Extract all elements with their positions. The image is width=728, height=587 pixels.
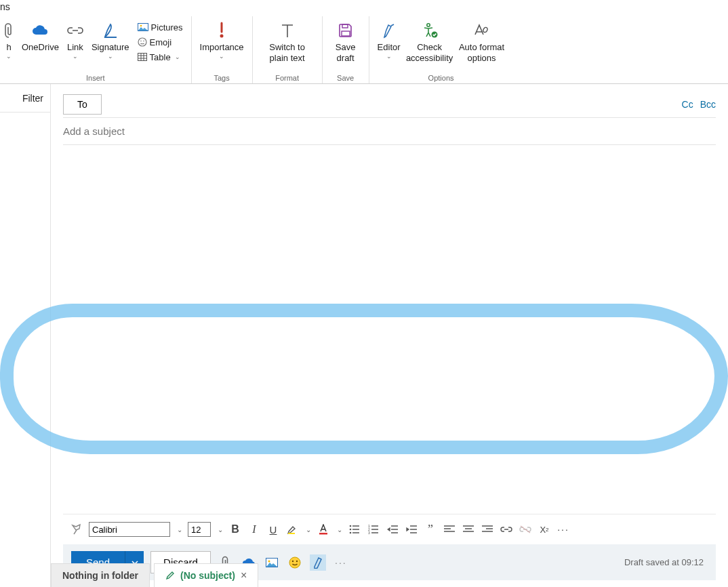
svg-point-15: [350, 532, 352, 534]
svg-point-3: [140, 41, 142, 42]
draft-tab[interactable]: (No subject) ×: [154, 563, 258, 587]
svg-point-13: [350, 525, 352, 527]
more-format-button[interactable]: ···: [557, 521, 570, 538]
autoformat-icon: [474, 20, 490, 41]
group-label-insert: Insert: [86, 74, 105, 83]
insert-link-button[interactable]: [500, 521, 513, 538]
save-draft-label: Save draft: [331, 42, 361, 64]
save-icon: [338, 20, 353, 41]
filter-button[interactable]: Filter: [0, 84, 50, 113]
draft-status: Draft saved at 09:12: [624, 557, 708, 567]
title-bar: ns: [0, 0, 728, 16]
chevron-down-icon: ⌄: [175, 54, 180, 60]
font-name-input[interactable]: [89, 522, 170, 537]
svg-point-20: [268, 560, 270, 562]
ribbon-group-options: Editor ⌄ Check accessibility Auto format…: [369, 16, 513, 83]
importance-icon: [218, 20, 226, 41]
pictures-icon: [138, 23, 148, 31]
switch-plaintext-label: Switch to plain text: [261, 42, 314, 64]
filter-label: Filter: [22, 93, 43, 104]
left-gutter: Filter: [0, 84, 51, 587]
italic-button[interactable]: I: [247, 521, 261, 538]
attach-button[interactable]: h ⌄: [4, 18, 18, 59]
svg-text:3: 3: [368, 531, 370, 534]
align-right-button[interactable]: [481, 521, 494, 538]
highlight-button[interactable]: [285, 521, 299, 538]
format-toolbar: ⌄ ⌄ B I U ⌄ ⌄ 123 ”: [63, 514, 716, 544]
superscript-button[interactable]: X2: [538, 521, 551, 538]
chevron-down-icon[interactable]: ⌄: [218, 526, 223, 533]
font-color-button[interactable]: [317, 521, 330, 538]
svg-point-9: [426, 24, 429, 26]
more-actions-button[interactable]: ···: [333, 554, 349, 571]
indent-button[interactable]: [405, 521, 418, 538]
font-size-input[interactable]: [188, 522, 211, 537]
cc-link[interactable]: Cc: [682, 99, 693, 110]
folder-tab-label: Nothing in folder: [62, 570, 138, 581]
editor-label: Editor: [378, 42, 401, 53]
svg-rect-8: [342, 31, 350, 36]
align-center-button[interactable]: [462, 521, 475, 538]
remove-link-button[interactable]: [519, 521, 532, 538]
svg-point-22: [292, 560, 294, 561]
chevron-down-icon[interactable]: ⌄: [177, 526, 182, 533]
underline-button[interactable]: U: [266, 521, 280, 538]
emoji-icon: [138, 37, 147, 47]
folder-tab[interactable]: Nothing in folder: [51, 563, 150, 587]
close-icon[interactable]: ×: [241, 569, 247, 582]
compose-pane: To Cc Bcc ⌄ ⌄ B I U ⌄: [51, 84, 728, 587]
link-label: Link: [67, 42, 83, 53]
message-body[interactable]: [63, 145, 716, 514]
save-draft-button[interactable]: Save draft: [327, 18, 365, 64]
insert-emoji-button[interactable]: [287, 554, 303, 571]
importance-label: Importance: [200, 42, 244, 53]
insert-picture-button[interactable]: [264, 554, 280, 571]
check-accessibility-button[interactable]: Check accessibility: [405, 18, 455, 64]
signature-label: Signature: [92, 42, 129, 53]
svg-point-1: [140, 25, 142, 27]
onedrive-button[interactable]: OneDrive: [18, 18, 63, 53]
bcc-link[interactable]: Bcc: [700, 99, 716, 110]
svg-point-23: [296, 560, 298, 561]
chevron-down-icon[interactable]: ⌄: [337, 526, 342, 533]
editor-icon: [382, 20, 397, 41]
bullets-button[interactable]: [348, 521, 361, 538]
auto-format-button[interactable]: Auto format options: [455, 18, 509, 64]
ribbon: h ⌄ OneDrive Link ⌄: [0, 16, 728, 84]
onedrive-label: OneDrive: [22, 42, 59, 53]
svg-point-21: [289, 557, 300, 568]
group-label-options: Options: [428, 74, 454, 83]
signature-icon: [103, 20, 118, 41]
svg-point-4: [143, 41, 144, 42]
toggle-format-toolbar-button[interactable]: [310, 554, 326, 571]
bold-button[interactable]: B: [228, 521, 242, 538]
numbering-button[interactable]: 123: [367, 521, 380, 538]
chevron-down-icon: ⌄: [108, 54, 113, 59]
importance-button[interactable]: Importance ⌄: [196, 18, 248, 59]
chevron-down-icon[interactable]: ⌄: [306, 526, 311, 533]
format-painter-icon[interactable]: [70, 521, 83, 538]
subject-input[interactable]: [63, 125, 716, 137]
auto-format-label: Auto format options: [459, 42, 505, 64]
link-button[interactable]: Link ⌄: [63, 18, 87, 59]
bottom-tabs: Nothing in folder (No subject) ×: [51, 563, 258, 587]
table-button[interactable]: Table ⌄: [135, 50, 186, 64]
table-icon: [138, 53, 147, 61]
switch-plaintext-button[interactable]: Switch to plain text: [257, 18, 318, 64]
signature-button[interactable]: Signature ⌄: [87, 18, 134, 59]
group-label-save: Save: [337, 74, 354, 83]
main-area: Filter To Cc Bcc ⌄ ⌄ B I U: [0, 84, 728, 587]
outdent-button[interactable]: [386, 521, 399, 538]
emoji-button[interactable]: Emoji: [135, 35, 186, 49]
group-label-format: Format: [275, 74, 299, 83]
align-left-button[interactable]: [443, 521, 456, 538]
to-button[interactable]: To: [63, 94, 102, 115]
pencil-icon: [165, 571, 175, 580]
pictures-button[interactable]: Pictures: [135, 20, 186, 34]
title-bar-fragment: ns: [0, 1, 10, 12]
table-label: Table: [150, 52, 171, 62]
editor-button[interactable]: Editor ⌄: [373, 18, 405, 59]
quote-button[interactable]: ”: [424, 521, 437, 538]
chevron-down-icon: ⌄: [6, 54, 12, 59]
attach-label: h: [6, 42, 11, 53]
